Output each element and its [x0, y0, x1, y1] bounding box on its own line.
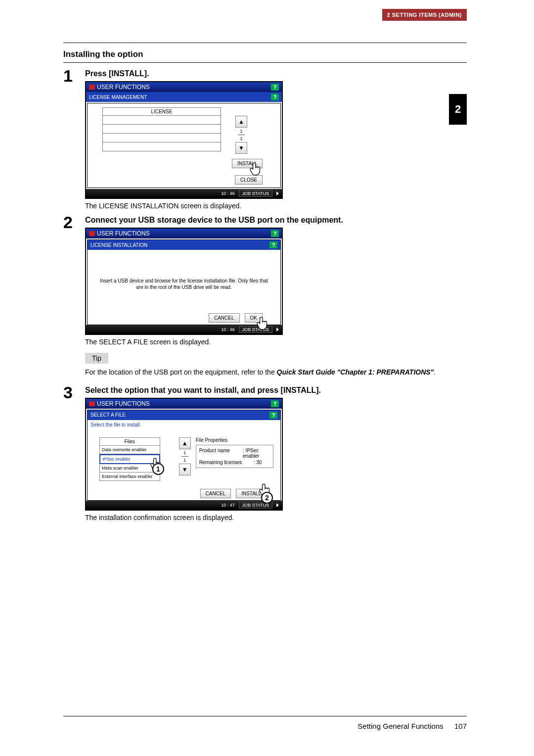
step-heading: Press [INSTALL]. [85, 69, 467, 78]
titlebar: USER FUNCTIONS ? [86, 229, 282, 238]
install-button[interactable]: INSTALL [232, 159, 263, 168]
page-current: 1 [240, 128, 242, 134]
step-2: 2 Connect your USB storage device to the… [63, 214, 467, 380]
step-number: 1 [63, 67, 85, 210]
license-column-header: LICENSE [102, 107, 221, 116]
tip-label: Tip [85, 353, 108, 364]
property-row: Remaining licenses: 30 [199, 459, 270, 466]
status-bar: 10 : 46 JOB STATUS [86, 325, 282, 334]
file-item-selected[interactable]: IPSec enabler [99, 454, 160, 464]
cancel-button[interactable]: CANCEL [209, 313, 240, 323]
clock: 10 : 46 [221, 191, 235, 196]
breadcrumb-text: LICENSE INSTALLATION [90, 242, 147, 248]
step-number: 3 [63, 384, 85, 521]
breadcrumb: SELECT A FILE ? [88, 410, 280, 420]
logo-icon [89, 401, 95, 406]
license-row[interactable] [102, 125, 221, 134]
help-icon[interactable]: ? [271, 94, 279, 100]
job-status-button[interactable]: JOB STATUS [239, 190, 272, 197]
window-title: USER FUNCTIONS [97, 400, 150, 407]
triangle-icon [276, 328, 279, 331]
file-item[interactable]: Data overwrite enabler [99, 446, 160, 454]
page-up-button[interactable]: ▲ [235, 116, 247, 128]
license-row[interactable] [102, 134, 221, 142]
close-button[interactable]: CLOSE [235, 175, 263, 185]
help-icon[interactable]: ? [271, 400, 279, 407]
footer-section: Setting General Functions [357, 722, 443, 730]
footer-rule [63, 716, 467, 716]
step-heading: Connect your USB storage device to the U… [85, 216, 467, 225]
help-icon[interactable]: ? [271, 84, 279, 91]
help-icon[interactable]: ? [269, 412, 277, 419]
footer: Setting General Functions 107 [357, 722, 467, 730]
license-row[interactable] [102, 116, 221, 125]
titlebar: USER FUNCTIONS ? [86, 399, 282, 409]
section-title: Installing the option [63, 49, 467, 63]
license-row[interactable] [102, 142, 221, 151]
step-heading: Select the option that you want to insta… [85, 386, 467, 395]
step-caption: The installation confirmation screen is … [85, 514, 467, 521]
step-1: 1 Press [INSTALL]. USER FUNCTIONS ? LICE… [63, 67, 467, 210]
step-3: 3 Select the option that you want to ins… [63, 384, 467, 521]
clock: 10 : 47 [221, 503, 235, 508]
instruction-text: Select the file to install. [88, 420, 280, 432]
logo-icon [89, 231, 95, 236]
file-item[interactable]: Meta scan enabler [99, 464, 160, 472]
step-caption: The SELECT A FILE screen is displayed. [85, 338, 467, 346]
steps-container: 1 Press [INSTALL]. USER FUNCTIONS ? LICE… [63, 67, 467, 525]
step-caption: The LICENSE INSTALLATION screen is displ… [85, 202, 467, 210]
page-down-button[interactable]: ▼ [179, 464, 191, 475]
window-title: USER FUNCTIONS [97, 230, 150, 237]
page-current: 1 [183, 450, 186, 456]
clock: 10 : 46 [221, 327, 235, 332]
instruction-message: Insert a USB device and browse for the l… [88, 250, 280, 310]
status-bar: 10 : 46 JOB STATUS [86, 189, 282, 198]
screenshot-select-file: USER FUNCTIONS ? SELECT A FILE ? Select … [85, 398, 283, 511]
cancel-button[interactable]: CANCEL [200, 489, 231, 498]
status-bar: 10 : 47 JOB STATUS [86, 501, 282, 510]
tip-box: Tip For the location of the USB port on … [85, 353, 467, 377]
window-title: USER FUNCTIONS [97, 84, 150, 91]
property-row: Product name: IPSec enabler [199, 447, 270, 459]
breadcrumb: LICENSE INSTALLATION ? [88, 240, 280, 250]
callout-1: 1 [152, 463, 164, 475]
triangle-icon [276, 503, 279, 507]
page-number: 107 [454, 722, 467, 730]
file-item[interactable]: External interface enabler [99, 472, 160, 481]
screenshot-license-installation: USER FUNCTIONS ? LICENSE INSTALLATION ? … [85, 228, 283, 335]
page-total: 1 [240, 136, 242, 142]
step-number: 2 [63, 214, 85, 380]
help-icon[interactable]: ? [269, 241, 277, 248]
file-properties-header: File Properties [196, 437, 273, 445]
section-title-text: Installing the option [63, 49, 467, 59]
callout-2: 2 [261, 492, 273, 504]
help-icon[interactable]: ? [271, 230, 279, 237]
page-total: 1 [183, 457, 186, 463]
logo-icon [89, 85, 95, 90]
titlebar: USER FUNCTIONS ? [86, 82, 282, 92]
breadcrumb: LICENSE MANAGEMENT ? [86, 92, 282, 102]
ok-button[interactable]: OK [245, 313, 263, 323]
breadcrumb-text: SELECT A FILE [90, 412, 126, 418]
header-badge: 2 SETTING ITEMS (ADMIN) [382, 9, 467, 21]
files-column-header: Files [99, 437, 160, 446]
pager: ▲ 1 1 ▼ [179, 437, 191, 481]
top-rule [63, 43, 467, 43]
pager: ▲ 1 1 ▼ [235, 116, 248, 154]
breadcrumb-text: LICENSE MANAGEMENT [89, 94, 147, 100]
job-status-button[interactable]: JOB STATUS [239, 326, 272, 333]
page-up-button[interactable]: ▲ [179, 437, 191, 449]
triangle-icon [276, 191, 279, 195]
screenshot-license-management: USER FUNCTIONS ? LICENSE MANAGEMENT ? LI… [85, 81, 283, 199]
page-down-button[interactable]: ▼ [235, 142, 247, 154]
tip-text: For the location of the USB port on the … [85, 368, 467, 377]
